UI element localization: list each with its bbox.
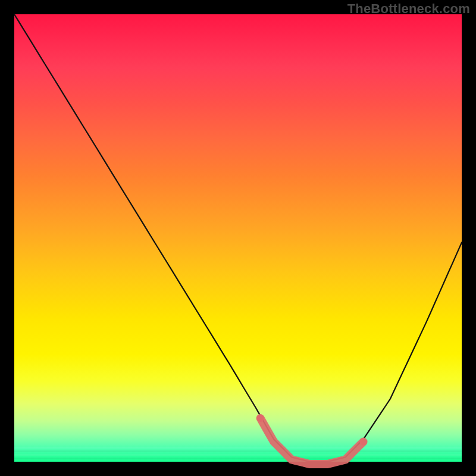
highlight-start-dot: [257, 415, 264, 422]
bottleneck-curve-line: [14, 14, 462, 462]
highlight-end-dot: [360, 438, 367, 445]
watermark-text: TheBottleneck.com: [347, 1, 470, 17]
curve-svg: [14, 14, 462, 462]
chart-canvas: TheBottleneck.com: [0, 0, 476, 476]
plot-area: [14, 14, 462, 462]
highlight-segment: [261, 418, 364, 464]
